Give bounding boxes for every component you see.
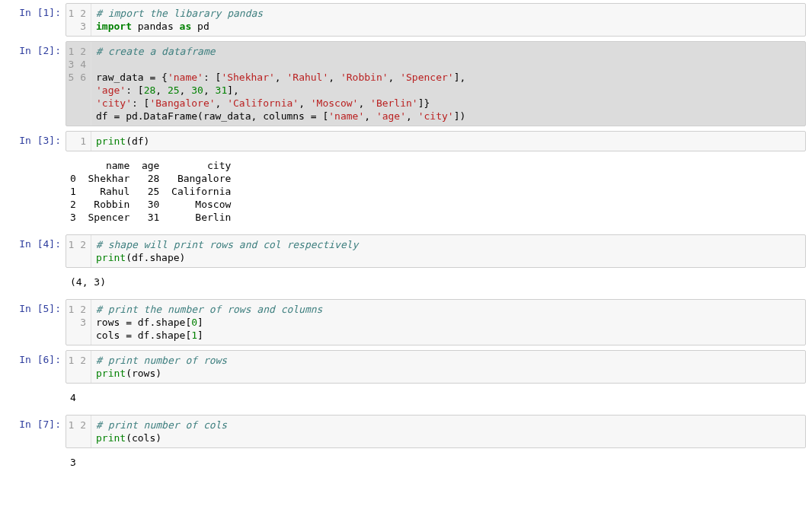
code-token: rows = df.shape[ [96, 317, 191, 328]
code-token: , [328, 72, 340, 83]
code-cell: In [1]:1 2 3# import the libarary pandas… [6, 3, 806, 37]
code-token: , [203, 84, 216, 96]
code-token: (df) [126, 135, 149, 147]
code-token: print [96, 135, 126, 147]
code-input-area[interactable]: 1 2 3# print the number of rows and colu… [66, 299, 806, 345]
code-token: 'city' [418, 110, 454, 122]
code-token: ] [197, 330, 203, 341]
code-token: df = pd.DataFrame(raw_data, columns = [ [96, 110, 328, 122]
code-token: , [358, 97, 370, 109]
input-prompt: In [2]: [6, 41, 66, 57]
code-content[interactable]: # print the number of rows and columns r… [91, 300, 805, 345]
code-input-area[interactable]: 1 2# shape will print rows and col respe… [66, 234, 806, 268]
code-cell: In [4]:1 2# shape will print rows and co… [6, 234, 806, 268]
code-content[interactable]: # create a dataframe raw_data = {'name':… [91, 42, 805, 126]
code-token: # print the number of rows and columns [96, 304, 322, 315]
output-prompt [6, 272, 66, 275]
code-cell: In [6]:1 2# print number of rows print(r… [6, 350, 806, 384]
code-token: , [180, 84, 192, 96]
code-token: , [388, 72, 401, 83]
output-prompt [6, 453, 66, 456]
output-text: name age city 0 Shekhar 28 Bangalore 1 R… [66, 156, 806, 230]
code-token: , [275, 72, 287, 83]
code-token: 28 [144, 84, 156, 96]
code-token: # print number of cols [96, 419, 227, 431]
code-token: : [ [132, 97, 149, 109]
input-prompt: In [6]: [6, 350, 66, 366]
code-token: (df.shape) [126, 252, 185, 263]
code-input-area[interactable]: 1print(df) [66, 131, 806, 151]
code-token: cols = df.shape[ [96, 330, 191, 341]
code-token: (cols) [126, 432, 161, 444]
code-input-area[interactable]: 1 2# print number of cols print(cols) [66, 415, 806, 448]
line-number-gutter: 1 2 3 4 5 6 [66, 42, 91, 126]
input-prompt: In [1]: [6, 3, 66, 19]
code-token: , [364, 110, 376, 122]
code-token: : [ [203, 72, 221, 83]
code-token: 25 [168, 84, 180, 96]
code-token: 'age' [376, 110, 406, 122]
code-token: 30 [191, 84, 203, 96]
code-token: 'Rahul' [286, 72, 328, 83]
line-number-gutter: 1 2 [66, 351, 91, 383]
output-text: 4 [66, 388, 806, 410]
output-prompt [6, 156, 66, 159]
code-token: pd [191, 21, 209, 32]
output-cell: name age city 0 Shekhar 28 Bangalore 1 R… [6, 156, 806, 230]
notebook: In [1]:1 2 3# import the libarary pandas… [6, 3, 806, 475]
line-number-gutter: 1 [66, 132, 91, 151]
input-prompt: In [4]: [6, 234, 66, 250]
line-number-gutter: 1 2 3 [66, 4, 91, 36]
code-token: ] [197, 317, 203, 328]
code-token: : [ [126, 84, 143, 96]
output-cell: 3 [6, 453, 806, 475]
code-cell: In [2]:1 2 3 4 5 6# create a dataframe r… [6, 41, 806, 126]
code-token: , [216, 97, 228, 109]
code-token: # import the libarary pandas [96, 8, 263, 19]
input-prompt: In [7]: [6, 415, 66, 431]
code-token: # create a dataframe [96, 46, 216, 57]
code-token: ], [454, 72, 466, 83]
code-input-area[interactable]: 1 2# print number of rows print(rows) [66, 350, 806, 384]
code-token: # print number of rows [96, 355, 227, 366]
code-token: import [96, 21, 132, 32]
input-prompt: In [5]: [6, 299, 66, 315]
code-content[interactable]: # print number of cols print(cols) [91, 416, 805, 447]
code-token: , [155, 84, 168, 96]
code-input-area[interactable]: 1 2 3# import the libarary pandas import… [66, 3, 806, 37]
code-token: ]) [454, 110, 466, 122]
code-token: as [180, 21, 192, 32]
code-token: 'Shekhar' [221, 72, 274, 83]
code-input-area[interactable]: 1 2 3 4 5 6# create a dataframe raw_data… [66, 41, 806, 126]
code-token: ], [227, 84, 239, 96]
output-text: (4, 3) [66, 272, 806, 295]
output-cell: (4, 3) [6, 272, 806, 295]
code-token: 'Robbin' [340, 72, 388, 83]
input-prompt: In [3]: [6, 131, 66, 147]
code-token: , [406, 110, 418, 122]
line-number-gutter: 1 2 [66, 416, 91, 447]
code-content[interactable]: # import the libarary pandas import pand… [91, 4, 805, 36]
code-token: print [96, 432, 126, 444]
code-token: 'Moscow' [311, 97, 359, 109]
code-content[interactable]: print(df) [91, 132, 805, 151]
code-token: ]} [418, 97, 430, 109]
output-text: 3 [66, 453, 806, 475]
output-prompt [6, 388, 66, 391]
code-cell: In [5]:1 2 3# print the number of rows a… [6, 299, 806, 345]
code-token: print [96, 368, 126, 379]
code-token: 'Bangalore' [149, 97, 215, 109]
code-token: raw_data = { [96, 72, 168, 83]
code-token: pandas [132, 21, 180, 32]
code-token: print [96, 252, 126, 263]
output-cell: 4 [6, 388, 806, 410]
code-token: 'California' [227, 97, 299, 109]
code-cell: In [7]:1 2# print number of cols print(c… [6, 415, 806, 448]
code-token: 31 [216, 84, 228, 96]
code-token: , [299, 97, 311, 109]
code-token: (rows) [126, 368, 161, 379]
code-token: 'age' [96, 84, 126, 96]
line-number-gutter: 1 2 3 [66, 300, 91, 345]
code-content[interactable]: # shape will print rows and col respecti… [91, 235, 805, 267]
code-content[interactable]: # print number of rows print(rows) [91, 351, 805, 383]
